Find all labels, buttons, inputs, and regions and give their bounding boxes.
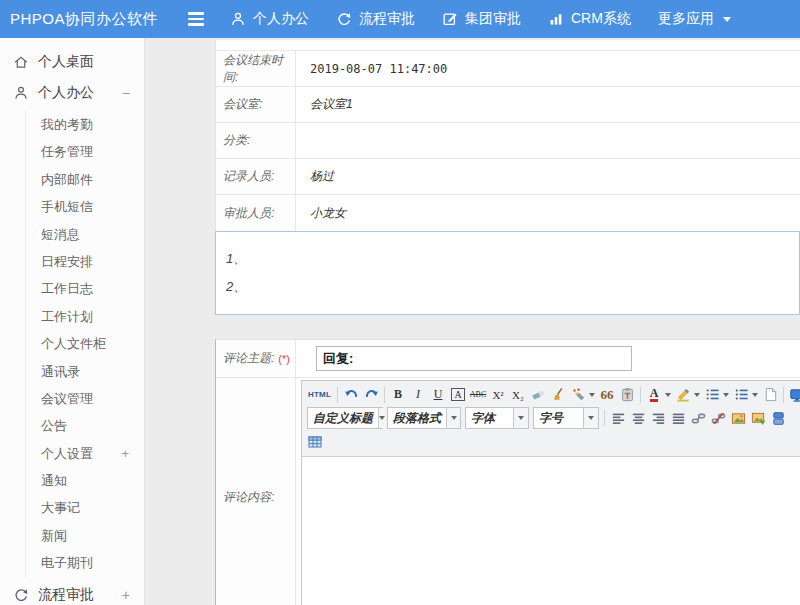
chart-icon [548,11,564,27]
field-label-meeting-room: 会议室: [216,87,296,122]
underline-button[interactable]: U [429,384,448,405]
new-page-icon[interactable] [761,384,780,405]
sidebar-item-notice[interactable]: 通知 [26,467,144,494]
unordered-list-icon[interactable] [732,384,751,405]
caret-down-icon[interactable] [723,17,731,22]
highlight-color-icon[interactable] [674,384,693,405]
sidebar-item-work-plan[interactable]: 工作计划 [26,303,144,330]
collapse-icon[interactable]: − [122,85,130,101]
sidebar-item-news[interactable]: 新闻 [26,522,144,549]
editor-content-area[interactable] [302,457,800,605]
chevron-down-icon[interactable] [694,393,700,397]
heading-select[interactable]: 自定义标题 [307,407,383,429]
hamburger-menu-icon[interactable] [188,12,204,26]
sidebar-item-contacts[interactable]: 通讯录 [26,358,144,385]
sidebar-item-work-diary[interactable]: 工作日志 [26,275,144,302]
table-row: 分类: [216,123,800,159]
sidebar-item-personal-file-cabinet[interactable]: 个人文件柜 [26,330,144,357]
chevron-down-icon[interactable] [589,393,595,397]
nav-label: 流程审批 [359,10,415,28]
chevron-down-icon [451,416,457,420]
nav-crm-system[interactable]: CRM系统 [548,10,631,28]
font-border-button[interactable]: A [449,384,468,405]
table-row: 评论主题: (*) [216,340,800,378]
align-justify-icon[interactable] [669,408,688,429]
sidebar-item-my-attendance[interactable]: 我的考勤 [26,111,144,138]
sidebar-item-personal-office[interactable]: 个人办公 − [0,77,144,108]
net-image-icon[interactable] [749,408,768,429]
meeting-content-box: 1、 2、 [215,231,800,315]
table-row [216,40,800,51]
sidebar-item-schedule[interactable]: 日程安排 [26,248,144,275]
sidebar-item-task-management[interactable]: 任务管理 [26,138,144,165]
image-icon[interactable] [729,408,748,429]
sidebar-item-meeting-management[interactable]: 会议管理 [26,385,144,412]
align-left-icon[interactable] [609,408,628,429]
expand-icon[interactable]: + [121,440,129,467]
comment-subject-input[interactable] [316,346,632,371]
field-label-category: 分类: [216,123,296,158]
toolbar-separator [384,387,385,403]
strikethrough-button[interactable]: ABC [469,384,488,405]
html-source-button[interactable]: HTML [306,384,334,405]
eraser-icon[interactable] [529,384,548,405]
person-icon [230,11,246,27]
ordered-list-icon[interactable] [703,384,722,405]
font-color-button[interactable]: A [645,384,664,405]
align-center-icon[interactable] [629,408,648,429]
undo-icon[interactable] [342,384,361,405]
paragraph-format-select[interactable]: 段落格式 [387,407,461,429]
home-icon [13,54,29,70]
nav-label: CRM系统 [571,10,631,28]
chevron-down-icon[interactable] [752,393,758,397]
sidebar-item-memorabilia[interactable]: 大事记 [26,494,144,521]
toolbar-separator [783,387,784,403]
sidebar-item-announcement[interactable]: 公告 [26,412,144,439]
toolbar-separator [604,410,605,426]
blockquote-button[interactable]: 66 [598,384,617,405]
sidebar-item-mobile-sms[interactable]: 手机短信 [26,193,144,220]
sidebar-item-desktop[interactable]: 个人桌面 [0,46,144,77]
table-row: 评论内容: HTML [216,378,800,605]
link-icon[interactable] [689,408,708,429]
format-brush-icon[interactable] [549,384,568,405]
chevron-down-icon[interactable] [665,393,671,397]
sidebar-item-short-message[interactable]: 短消息 [26,221,144,248]
field-value-recorder: 杨过 [296,159,800,194]
paste-icon[interactable] [618,384,637,405]
content-line: 1、 [226,245,799,273]
fullscreen-icon[interactable] [788,384,800,405]
sidebar-item-internal-mail[interactable]: 内部邮件 [26,166,144,193]
redo-icon[interactable] [362,384,381,405]
table-row: 记录人员: 杨过 [216,159,800,195]
nav-label: 集团审批 [465,10,521,28]
superscript-button[interactable]: X² [489,384,508,405]
chevron-down-icon [379,416,385,420]
table-icon[interactable] [306,431,325,452]
font-family-select[interactable]: 字体 [465,407,529,429]
unlink-icon[interactable] [709,408,728,429]
italic-button[interactable]: I [409,384,428,405]
sidebar-item-personal-settings[interactable]: 个人设置+ [26,440,144,467]
nav-label: 个人办公 [253,10,309,28]
expand-icon[interactable]: + [122,587,130,603]
sidebar-item-e-journal[interactable]: 电子期刊 [26,549,144,576]
subscript-button[interactable]: X₂ [509,384,528,405]
toolbar-separator [640,387,641,403]
sidebar-item-label: 流程审批 [38,586,94,604]
align-right-icon[interactable] [649,408,668,429]
nav-personal-office[interactable]: 个人办公 [230,10,309,28]
top-nav: 个人办公 流程审批 集团审批 CRM系统 更多应用 [230,10,751,28]
paint-format-icon[interactable] [569,384,588,405]
field-label-meeting-end-time: 会议结束时间: [216,51,296,86]
chevron-down-icon[interactable] [723,393,729,397]
font-size-select[interactable]: 字号 [533,407,599,429]
sidebar-item-workflow-approval[interactable]: 流程审批 + [0,580,144,605]
bold-button[interactable]: B [389,384,408,405]
media-icon[interactable] [769,408,788,429]
nav-more-apps[interactable]: 更多应用 [658,10,714,28]
field-value-meeting-end-time: 2019-08-07 11:47:00 [296,51,800,86]
nav-group-approval[interactable]: 集团审批 [442,10,521,28]
nav-label: 更多应用 [658,10,714,28]
nav-workflow-approval[interactable]: 流程审批 [336,10,415,28]
